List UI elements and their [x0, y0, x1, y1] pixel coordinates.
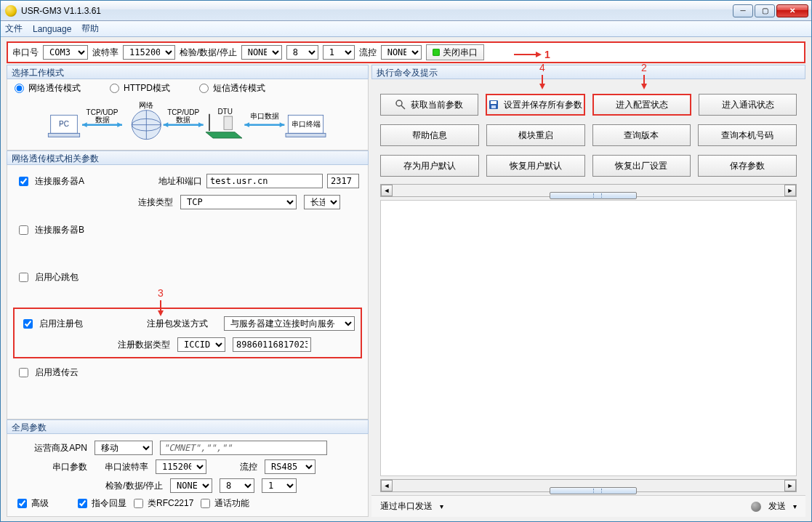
reg-mode-select[interactable]: 与服务器建立连接时向服务: [224, 316, 355, 331]
svg-rect-29: [286, 133, 326, 137]
close-port-button[interactable]: 关闭串口: [426, 44, 484, 60]
flow-label: 流控: [359, 47, 377, 59]
parity-select[interactable]: NONE: [241, 45, 282, 60]
send-status-icon: [751, 502, 761, 512]
svg-point-37: [396, 100, 402, 106]
help-button[interactable]: 帮助信息: [380, 124, 479, 146]
close-button[interactable]: ✕: [776, 4, 808, 17]
conn-a-check[interactable]: [19, 177, 28, 186]
annot-4: 4: [537, 62, 547, 73]
app-icon: [5, 5, 17, 17]
reboot-button[interactable]: 模块重启: [486, 124, 585, 146]
g-baud-select[interactable]: 115200: [156, 459, 206, 474]
svg-rect-41: [491, 105, 496, 108]
g-parity-select[interactable]: NONE: [170, 478, 212, 493]
port-select[interactable]: COM3: [43, 45, 88, 60]
databits-select[interactable]: 8: [286, 45, 318, 60]
window-title: USR-GM3 V1.1.3.61: [21, 6, 733, 16]
maximize-button[interactable]: ▢: [755, 4, 775, 17]
menu-language[interactable]: Language: [33, 24, 71, 34]
port-input[interactable]: [327, 174, 359, 188]
reg-type-select[interactable]: ICCID: [177, 337, 225, 352]
mode-httpd-radio[interactable]: HTTPD模式: [110, 82, 170, 95]
call-check[interactable]: 通话功能: [201, 497, 249, 510]
svg-rect-40: [491, 101, 497, 104]
dropdown-icon[interactable]: ▾: [440, 502, 443, 510]
menu-help[interactable]: 帮助: [81, 23, 99, 35]
svg-text:DTU: DTU: [217, 108, 233, 116]
scroll-right-icon[interactable]: ►: [784, 480, 796, 491]
g-flow-select[interactable]: RS485: [265, 459, 315, 474]
send-button[interactable]: 发送: [768, 500, 786, 513]
svg-marker-36: [641, 84, 647, 89]
flow-select[interactable]: NONE: [381, 45, 422, 60]
mode-sms-radio[interactable]: 短信透传模式: [199, 82, 265, 95]
mode-net-radio[interactable]: 网络透传模式: [15, 82, 81, 95]
minimize-button[interactable]: ─: [733, 4, 753, 17]
enter-comm-button[interactable]: 进入通讯状态: [699, 94, 797, 116]
scroll-left-icon[interactable]: ◄: [381, 185, 393, 196]
stopbits-select[interactable]: 1: [323, 45, 355, 60]
svg-text:串口终端: 串口终端: [292, 120, 321, 128]
mode-section-title: 选择工作模式: [7, 65, 369, 79]
search-icon: [395, 99, 406, 111]
rfc-check[interactable]: 类RFC2217: [134, 497, 193, 510]
svg-marker-32: [158, 310, 164, 316]
svg-marker-25: [244, 122, 249, 127]
save-params-button[interactable]: 保存参数: [698, 155, 797, 177]
reg-data-input[interactable]: [233, 337, 311, 352]
mode-diagram: PC TCP/UDP 数据 网络 TCP/UDP 数据: [7, 97, 368, 150]
menubar: 文件 Language 帮助: [1, 21, 811, 37]
local-number-button[interactable]: 查询本机号码: [698, 124, 797, 146]
g-stop-select[interactable]: 1: [262, 478, 297, 493]
parity-label: 检验/数据/停止: [180, 47, 237, 59]
heartbeat-check[interactable]: [19, 273, 28, 282]
register-box: 启用注册包 注册包发送方式 与服务器建立连接时向服务 注册数据类型 ICCID: [13, 308, 362, 358]
get-params-button[interactable]: 获取当前参数: [380, 94, 478, 116]
svg-text:串口数据: 串口数据: [250, 112, 279, 120]
addr-input[interactable]: [206, 174, 323, 188]
save-all-button[interactable]: 设置并保存所有参数: [486, 94, 585, 116]
svg-rect-21: [224, 116, 233, 129]
g-data-select[interactable]: 8: [220, 478, 254, 493]
scroll-right-icon[interactable]: ►: [784, 185, 796, 196]
apn-input[interactable]: [160, 441, 327, 455]
lower-scrollbar[interactable]: ◄ ►: [380, 479, 797, 492]
svg-text:数据: 数据: [95, 116, 110, 124]
cmd-title: 执行命令及提示: [371, 65, 805, 79]
svg-line-38: [401, 105, 405, 109]
svg-text:数据: 数据: [176, 116, 190, 124]
reg-enable-check[interactable]: [23, 319, 33, 329]
svg-text:PC: PC: [59, 120, 69, 128]
svg-marker-20: [206, 132, 242, 138]
global-title: 全局参数: [7, 419, 369, 434]
echo-check[interactable]: 指令回显: [78, 497, 126, 510]
baud-select[interactable]: 115200: [123, 45, 175, 60]
netparams-title: 网络透传模式相关参数: [7, 150, 369, 165]
cloud-check[interactable]: [19, 368, 28, 377]
adv-check[interactable]: 高级: [17, 497, 49, 510]
annot-3: 3: [156, 287, 166, 299]
svg-marker-26: [280, 122, 285, 127]
svg-marker-34: [539, 84, 545, 89]
svg-marker-6: [82, 122, 87, 127]
scroll-left-icon[interactable]: ◄: [381, 480, 393, 491]
restore-user-button[interactable]: 恢复用户默认: [486, 155, 585, 177]
apn-select[interactable]: 移动: [95, 441, 153, 455]
conn-b-check[interactable]: [19, 225, 28, 235]
port-label: 串口号: [12, 47, 39, 59]
save-user-button[interactable]: 存为用户默认: [380, 155, 479, 177]
port-led-icon: [433, 49, 440, 56]
send-via-label: 通过串口发送: [380, 500, 433, 513]
svg-marker-16: [164, 122, 169, 127]
serial-toolbar: 串口号 COM3 波特率 115200 检验/数据/停止 NONE 8 1 流控…: [7, 41, 805, 63]
enter-config-button[interactable]: 进入配置状态: [592, 94, 692, 116]
version-button[interactable]: 查询版本: [592, 124, 691, 146]
persist-select[interactable]: 长连接: [304, 195, 340, 209]
menu-file[interactable]: 文件: [5, 23, 23, 35]
upper-scrollbar[interactable]: ◄ ►: [380, 184, 797, 197]
factory-button[interactable]: 恢复出厂设置: [592, 155, 691, 177]
dropdown-icon[interactable]: ▾: [793, 502, 797, 510]
svg-marker-7: [117, 122, 122, 127]
conn-type-select[interactable]: TCP: [180, 195, 297, 209]
